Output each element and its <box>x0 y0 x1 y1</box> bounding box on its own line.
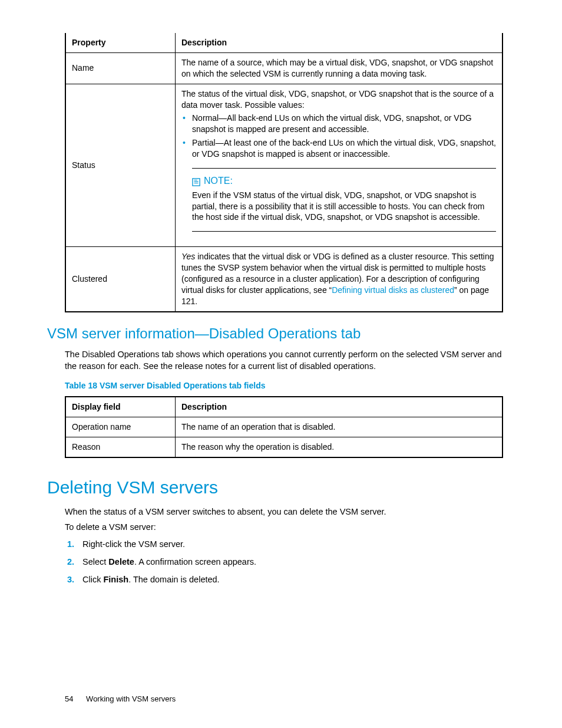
table-row: Operation name The name of an operation … <box>65 417 503 437</box>
list-item: Right-click the VSM server. <box>65 539 503 551</box>
table-row: Reason The reason why the operation is d… <box>65 437 503 457</box>
cell-desc: Yes indicates that the virtual disk or V… <box>176 247 503 312</box>
divider <box>192 168 496 169</box>
table-row: Status The status of the virtual disk, V… <box>65 84 503 247</box>
note-body: Even if the VSM status of the virtual di… <box>192 190 496 223</box>
th-property: Property <box>65 33 176 52</box>
list-item: Normal—All back-end LUs on which the vir… <box>181 113 496 135</box>
heading-disabled-ops: VSM server information—Disabled Operatio… <box>47 324 503 343</box>
svg-rect-0 <box>193 179 200 186</box>
delete-intro: When the status of a VSM server switches… <box>65 506 503 518</box>
table-row: Name The name of a source, which may be … <box>65 52 503 84</box>
table-18-title: Table 18 VSM server Disabled Operations … <box>65 380 503 391</box>
cell-prop: Status <box>65 84 176 247</box>
cell-prop: Clustered <box>65 247 176 312</box>
cell: The reason why the operation is disabled… <box>176 437 503 457</box>
list-item: Select Delete. A confirmation screen app… <box>65 556 503 568</box>
step-text: Click <box>82 575 103 584</box>
th-display-field: Display field <box>65 397 176 417</box>
step-text: . A confirmation screen appears. <box>134 557 256 566</box>
cell: The name of an operation that is disable… <box>176 417 503 437</box>
divider <box>192 231 496 232</box>
delete-steps: Right-click the VSM server. Select Delet… <box>65 539 503 585</box>
disabled-ops-table: Display field Description Operation name… <box>65 396 503 458</box>
step-text: Select <box>82 557 108 566</box>
th-description: Description <box>176 33 503 52</box>
clustered-link[interactable]: Defining virtual disks as clustered <box>332 285 454 295</box>
note-heading: NOTE: <box>192 174 496 187</box>
property-table-1: Property Description Name The name of a … <box>65 33 503 312</box>
note-icon <box>192 177 200 185</box>
cell-prop: Name <box>65 52 176 84</box>
cell: Reason <box>65 437 176 457</box>
clustered-yes: Yes <box>181 252 195 261</box>
step-text: . The domain is deleted. <box>128 575 220 584</box>
disabled-ops-paragraph: The Disabled Operations tab shows which … <box>65 349 503 372</box>
delete-lead: To delete a VSM server: <box>65 522 503 533</box>
cell-desc: The status of the virtual disk, VDG, sna… <box>176 84 503 247</box>
table-row: Clustered Yes indicates that the virtual… <box>65 247 503 312</box>
th-description: Description <box>176 397 503 417</box>
note-label: NOTE: <box>204 174 233 187</box>
heading-deleting-vsm: Deleting VSM servers <box>47 476 503 500</box>
cell-desc: The name of a source, which may be a vir… <box>176 52 503 84</box>
list-item: Partial—At least one of the back-end LUs… <box>181 137 496 160</box>
status-bullets: Normal—All back-end LUs on which the vir… <box>181 113 496 160</box>
status-intro: The status of the virtual disk, VDG, sna… <box>181 88 496 111</box>
cell: Operation name <box>65 417 176 437</box>
list-item: Click Finish. The domain is deleted. <box>65 574 503 586</box>
step-bold: Delete <box>108 557 134 566</box>
step-bold: Finish <box>103 575 128 584</box>
